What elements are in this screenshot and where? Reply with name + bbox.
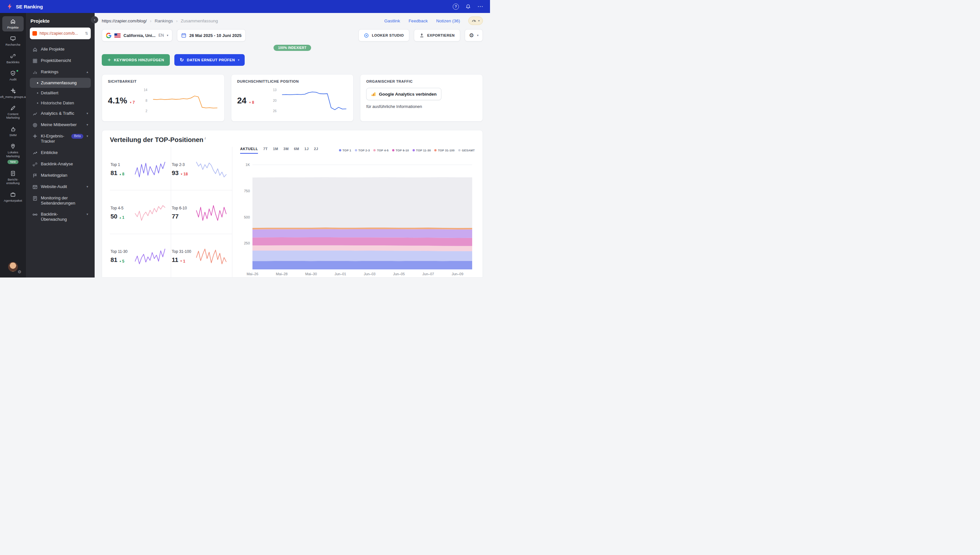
connect-google-analytics-button[interactable]: Google Analytics verbinden [366,88,441,100]
sidebar-item-marketingplan[interactable]: Marketingplan [30,170,91,181]
sidebar-item-historische-daten[interactable]: Historische Daten [30,98,91,108]
sidebar-item-detailliert[interactable]: Detailliert [30,88,91,98]
beta-badge: Beta [71,134,83,139]
recheck-label: DATEN ERNEUT PRÜFEN [187,58,235,62]
tile-delta: ▲1 [119,215,125,220]
audit-icon [10,71,16,76]
settings-gear-icon[interactable]: ⚙ [18,269,21,274]
tab-7t[interactable]: 7T [263,147,268,154]
rail-item-recherche[interactable]: Recherche [2,34,24,49]
avg-position-value: 24 [237,96,247,106]
sidebar-item-zusammenfassung[interactable]: Zusammenfassung [30,78,91,88]
tab-6m[interactable]: 6M [294,147,299,154]
rail-item-lokales-marketing[interactable]: Lokales Marketing New [2,141,24,166]
rail-item-audit[interactable]: Audit [2,68,24,83]
notifications-bell-icon[interactable] [465,4,471,10]
breadcrumb-separator: › [150,18,151,23]
sidebar-item-alle-projekte[interactable]: Alle Projekte [30,44,91,55]
tile-delta: ▼1 [180,259,186,263]
tile-label: Top 31-100 [172,249,193,254]
project-selector[interactable]: https://zapier.com/b... ⇅ [30,27,91,39]
us-flag-icon [114,34,120,38]
page-monitoring-icon [32,196,38,201]
sidebar-item-rankings[interactable]: Rankings ▴ [30,66,91,78]
collapse-sidebar-button[interactable]: ‹ [91,16,98,23]
speed-gauge-button[interactable]: ▾ [468,16,483,25]
breadcrumb-rankings[interactable]: Rankings [155,18,173,23]
sidebar-item-einblicke[interactable]: Einblicke [30,147,91,159]
tab-aktuell[interactable]: AKTUELL [240,147,258,154]
connect-ga-label: Google Analytics verbinden [379,92,437,96]
sidebar-item-website-audit[interactable]: Website-Audit ▾ [30,181,91,192]
sidebar-item-ki-ergebnis-tracker[interactable]: KI-Ergebnis-Tracker Beta ▾ [30,131,91,147]
legend-top-1[interactable]: TOP 1 [339,149,351,152]
chevron-down-icon: ▾ [86,123,88,127]
rail-item-agenturpaket[interactable]: Agenturpaket [2,189,24,205]
breadcrumb-url[interactable]: https://zapier.com/blog/ [102,18,147,23]
legend-top-4-5[interactable]: TOP 4-5 [373,149,389,152]
help-icon[interactable]: ? [453,3,459,10]
legend-top-31-100[interactable]: TOP 31-100 [434,149,454,152]
tile-top-6-10[interactable]: Top 6-10 77 [171,190,232,234]
visibility-sparkline [152,88,218,113]
rail-item-projekte[interactable]: Projekte [2,16,24,31]
card-title: SICHTBARKEIT [108,79,218,83]
legend-top-2-3[interactable]: TOP 2-3 [355,149,370,152]
search-engine-selector[interactable]: California, Uni... EN ▾ [102,29,172,42]
export-label: EXPORTIEREN [427,34,455,37]
rail-item-backlinks[interactable]: Backlinks [2,51,24,66]
rail-item-berichterstellung[interactable]: Bericht-erstellung [2,168,24,188]
main-content: https://zapier.com/blog/ › Rankings › Zu… [94,13,490,278]
top-positions-card: Verteilung der TOP-Positioneni Top 1 81 … [102,130,483,278]
sidebar-item-monitoring[interactable]: Monitoring der Seitenänderungen [30,192,91,209]
rail-item-ai-group[interactable]: eft_menu.groups.a [2,86,24,101]
rail-item-smm[interactable]: SMM [2,124,24,139]
looker-studio-button[interactable]: LOOKER STUDIO [359,29,409,42]
info-icon[interactable]: i [205,136,206,140]
legend-dot [413,149,415,151]
sidebar-item-meine-mitbewerber[interactable]: Meine Mitbewerber ▾ [30,119,91,131]
tab-2j[interactable]: 2J [314,147,318,154]
tab-3m[interactable]: 3M [283,147,289,154]
tab-1j[interactable]: 1J [304,147,309,154]
sidebar-item-backlink-analyse[interactable]: Backlink-Analyse [30,159,91,170]
brand[interactable]: SE Ranking [6,3,43,10]
rail-item-content-marketing[interactable]: Content Marketing [2,103,24,122]
project-favicon [32,31,37,36]
tile-top-1[interactable]: Top 1 81 ▲8 [110,147,171,190]
date-range-picker[interactable]: 26 Mai 2025 - 10 Juni 2025 [177,29,246,42]
sidebar-item-projektuebersicht[interactable]: Projektübersicht [30,55,91,66]
user-avatar[interactable] [8,262,18,272]
add-keywords-button[interactable]: + KEYWORDS HINZUFÜGEN [102,54,170,66]
legend-top-6-10[interactable]: TOP 6-10 [392,149,409,152]
export-button[interactable]: EXPORTIEREN [414,29,460,42]
tile-top-2-3[interactable]: Top 2-3 93 ▼18 [171,147,232,190]
sidebar-item-analytics-traffic[interactable]: Analytics & Traffic ▾ [30,108,91,119]
tab-1m[interactable]: 1M [273,147,278,154]
sidebar-item-label: Projektübersicht [41,58,88,63]
rail-item-label: SMM [10,133,16,137]
sidebar-item-label: Alle Projekte [41,47,88,52]
feedback-link[interactable]: Feedback [409,18,428,23]
legend-gesamt[interactable]: GESAMT [458,149,475,152]
sidebar-item-backlink-ueberwachung[interactable]: Backlink-Überwachung ▾ [30,209,91,225]
settings-button[interactable]: ⚙ ▾ [465,29,483,42]
visibility-value: 4.1% [108,96,127,106]
visibility-delta: ▼7 [129,100,135,105]
tile-top-4-5[interactable]: Top 4-5 50 ▲1 [110,190,171,234]
legend-top-11-30[interactable]: TOP 11-30 [413,149,431,152]
avg-position-sparkline [281,88,347,113]
research-icon [10,36,16,42]
tile-top-31-100[interactable]: Top 31-100 11 ▼1 [171,234,232,277]
chart-legend: TOP 1 TOP 2-3 TOP 4-5 TOP 6-10 TOP 11-30… [339,149,475,152]
google-analytics-icon [371,92,376,96]
content-marketing-icon [10,105,16,111]
more-menu-icon[interactable]: ⋯ [477,3,484,10]
tile-top-11-30[interactable]: Top 11-30 81 ▲5 [110,234,171,277]
project-url: https://zapier.com/b... [40,31,82,36]
add-keywords-label: KEYWORDS HINZUFÜGEN [114,58,164,62]
recheck-data-button[interactable]: ↻ DATEN ERNEUT PRÜFEN ▾ [175,54,244,66]
notizen-link[interactable]: Notizen (36) [436,18,460,23]
google-icon [106,33,112,38]
gastlink-link[interactable]: Gastlink [384,18,400,23]
